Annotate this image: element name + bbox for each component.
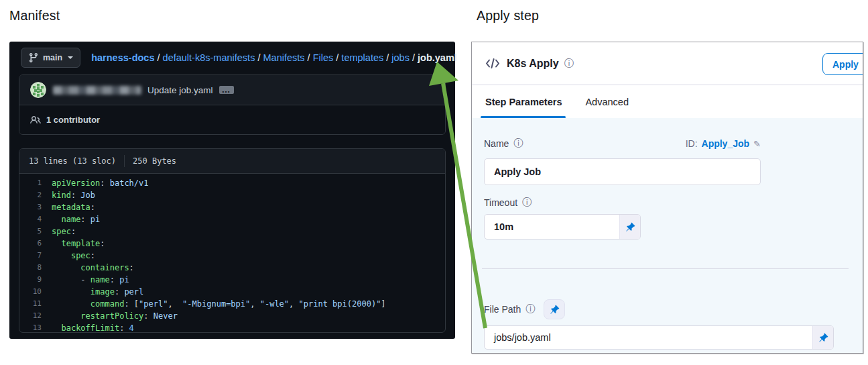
apply-step-title: Apply step xyxy=(477,8,539,23)
name-input[interactable]: Apply Job xyxy=(484,158,761,185)
code-text: containers: xyxy=(52,262,134,274)
filepath-input[interactable]: jobs/job.yaml xyxy=(484,325,834,350)
id-prefix: ID: xyxy=(686,138,698,149)
breadcrumb-separator: / xyxy=(410,52,418,63)
breadcrumb-separator: / xyxy=(333,52,341,63)
code-text: template: xyxy=(52,238,105,250)
manifest-title: Manifest xyxy=(9,8,60,23)
code-text: restartPolicy: Never xyxy=(52,310,178,322)
code-line: 10 image: perl xyxy=(19,286,445,298)
line-number[interactable]: 11 xyxy=(19,298,52,310)
code-line: 9 - name: pi xyxy=(19,274,445,286)
code-text: apiVersion: batch/v1 xyxy=(52,177,149,189)
line-number[interactable]: 7 xyxy=(19,250,52,262)
code-line: 13 backoffLimit: 4 xyxy=(19,322,445,333)
code-text: spec: xyxy=(52,250,95,262)
code-line: 8 containers: xyxy=(19,262,445,274)
github-topbar: main harness-docs / default-k8s-manifest… xyxy=(9,42,455,68)
github-file-panel: main harness-docs / default-k8s-manifest… xyxy=(9,42,455,339)
code-text: metadata: xyxy=(52,201,95,213)
breadcrumb-link[interactable]: templates xyxy=(341,52,383,63)
code-text: kind: Job xyxy=(52,189,95,201)
git-branch-icon xyxy=(28,52,39,63)
contributors-label: 1 contributor xyxy=(46,115,100,125)
line-number[interactable]: 12 xyxy=(19,310,52,322)
timeout-field-label: Timeout ⓘ xyxy=(484,196,863,209)
code-text: - name: pi xyxy=(52,274,129,286)
step-header: K8s Apply ⓘ Apply xyxy=(472,42,863,85)
contributors-row[interactable]: 1 contributor xyxy=(19,105,445,134)
code-line: 4 name: pi xyxy=(19,213,445,225)
line-number[interactable]: 2 xyxy=(19,189,52,201)
filepath-input-value: jobs/job.yaml xyxy=(485,332,551,343)
commit-box: Update job.yaml … 1 contributor xyxy=(19,74,446,135)
code-text: command: ["perl", "-Mbignum=bpi", "-wle"… xyxy=(52,298,386,310)
edit-pencil-icon[interactable]: ✎ xyxy=(753,139,761,149)
line-number[interactable]: 6 xyxy=(19,238,52,250)
timeout-input[interactable]: 10m xyxy=(484,214,641,240)
line-number[interactable]: 3 xyxy=(19,201,52,213)
commit-more-button[interactable]: … xyxy=(219,86,234,94)
pin-icon xyxy=(625,222,635,232)
branch-name: main xyxy=(43,53,62,62)
info-icon[interactable]: ⓘ xyxy=(564,58,574,70)
file-lines-count: 13 lines (13 sloc) xyxy=(29,156,116,166)
meta-divider xyxy=(124,155,125,167)
name-field-label: Name ⓘ xyxy=(484,138,523,150)
code-line: 3metadata: xyxy=(19,201,445,213)
code-lines: 1apiVersion: batch/v12kind: Job3metadata… xyxy=(19,174,445,333)
file-meta-bar: 13 lines (13 sloc) 250 Bytes xyxy=(19,149,445,174)
name-input-value: Apply Job xyxy=(485,166,541,177)
breadcrumb-link[interactable]: Files xyxy=(313,52,334,63)
breadcrumb-separator: / xyxy=(305,52,313,63)
commit-author-redacted xyxy=(53,86,141,95)
section-divider xyxy=(482,268,849,269)
code-line: 6 template: xyxy=(19,238,445,250)
filepath-pin-button[interactable] xyxy=(544,299,565,319)
apply-changes-button[interactable]: Apply xyxy=(822,53,863,75)
pin-icon xyxy=(818,333,828,343)
code-text: image: perl xyxy=(52,286,143,298)
contributors-icon xyxy=(30,115,41,125)
latest-commit-row: Update job.yaml … xyxy=(19,75,445,105)
step-parameters-content: Name ⓘ ID: Apply_Job ✎ Apply Job Timeout… xyxy=(472,118,863,353)
line-number[interactable]: 9 xyxy=(19,274,52,286)
code-brackets-icon xyxy=(485,58,500,69)
timeout-input-value: 10m xyxy=(485,221,513,232)
tab-advanced[interactable]: Advanced xyxy=(585,85,629,118)
avatar[interactable] xyxy=(30,82,46,98)
filepath-pin-suffix-button[interactable] xyxy=(812,326,833,349)
line-number[interactable]: 10 xyxy=(19,286,52,298)
breadcrumb-link[interactable]: harness-docs xyxy=(91,52,154,63)
breadcrumb-link[interactable]: Manifests xyxy=(263,52,304,63)
line-number[interactable]: 1 xyxy=(19,177,52,189)
code-line: 7 spec: xyxy=(19,250,445,262)
breadcrumb-link[interactable]: jobs xyxy=(391,52,410,63)
filepath-field-label: File Path ⓘ xyxy=(484,303,535,315)
breadcrumb-separator: / xyxy=(255,52,263,63)
line-number[interactable]: 8 xyxy=(19,262,52,274)
tab-step-parameters[interactable]: Step Parameters xyxy=(485,85,562,118)
breadcrumb-separator: / xyxy=(383,52,391,63)
code-line: 11 command: ["perl", "-Mbignum=bpi", "-w… xyxy=(19,298,445,310)
file-content-box: 13 lines (13 sloc) 250 Bytes 1apiVersion… xyxy=(19,148,446,333)
branch-selector-button[interactable]: main xyxy=(21,48,80,68)
info-icon[interactable]: ⓘ xyxy=(525,303,535,315)
chevron-down-icon xyxy=(68,56,73,59)
pin-icon xyxy=(550,305,560,315)
breadcrumb-link[interactable]: default-k8s-manifests xyxy=(163,52,255,63)
line-number[interactable]: 13 xyxy=(19,322,52,333)
id-value[interactable]: Apply_Job xyxy=(702,138,750,149)
code-line: 1apiVersion: batch/v1 xyxy=(19,177,445,189)
info-icon[interactable]: ⓘ xyxy=(513,138,523,150)
commit-message[interactable]: Update job.yaml xyxy=(147,85,213,95)
timeout-pin-button[interactable] xyxy=(619,215,640,239)
breadcrumb: harness-docs / default-k8s-manifests / M… xyxy=(91,52,457,63)
code-text: name: pi xyxy=(52,213,100,225)
k8s-apply-step-panel: K8s Apply ⓘ Apply Step Parameters Advanc… xyxy=(471,42,863,354)
file-size: 250 Bytes xyxy=(133,156,176,166)
line-number[interactable]: 4 xyxy=(19,213,52,225)
info-icon[interactable]: ⓘ xyxy=(522,197,532,209)
line-number[interactable]: 5 xyxy=(19,225,52,238)
step-title: K8s Apply xyxy=(507,58,559,70)
